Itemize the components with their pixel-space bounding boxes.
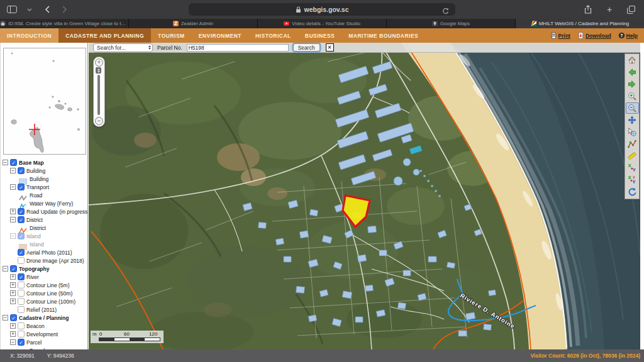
back-button[interactable] — [42, 4, 53, 15]
zoom-out-tool[interactable] — [626, 102, 639, 114]
identify-tool[interactable] — [626, 126, 639, 138]
close-search-icon[interactable]: ✕ — [326, 43, 334, 52]
refresh-tool[interactable] — [626, 186, 639, 197]
collapse-icon[interactable]: − — [10, 168, 16, 173]
reload-icon[interactable] — [440, 5, 451, 16]
browser-tab[interactable]: ZZealder Admin — [129, 19, 258, 28]
sidebar-toggle-icon[interactable] — [6, 4, 18, 15]
measure-line-tool[interactable] — [626, 138, 639, 150]
search-category-select[interactable]: Search for... — [93, 43, 153, 52]
collapse-icon[interactable]: − — [10, 217, 16, 222]
svg-text:Y: Y — [631, 180, 635, 184]
nav-tab-tourism[interactable]: TOURISM — [151, 28, 192, 43]
share-icon[interactable] — [582, 4, 594, 15]
help-link[interactable]: ?Help — [618, 32, 638, 39]
browser-tab[interactable]: Google Maps — [387, 19, 516, 28]
collapse-icon[interactable]: − — [3, 160, 8, 165]
browser-tab[interactable]: ID:958. Creole style villa in Green Vill… — [0, 19, 129, 28]
layer-row: −✓Transport — [1, 183, 87, 191]
pan-tool[interactable] — [626, 114, 639, 126]
layer-checkbox[interactable]: ✓ — [10, 159, 17, 166]
expand-icon[interactable]: + — [10, 323, 16, 329]
browser-tab[interactable]: MHILT WebGIS / Cadastre and Planning — [516, 19, 644, 28]
nav-tab-cadastre-and-planning[interactable]: CADASTRE AND PLANNING — [58, 28, 151, 43]
layer-checkbox[interactable]: ✓ — [18, 290, 25, 297]
layer-checkbox[interactable]: ✓ — [18, 184, 25, 190]
print-link[interactable]: Print — [550, 32, 570, 39]
expand-icon[interactable]: + — [10, 274, 16, 280]
collapse-icon[interactable]: − — [3, 315, 8, 321]
collapse-icon[interactable]: − — [3, 266, 8, 272]
map-viewport[interactable]: Riviere D. Antoine Search for... Parcel … — [89, 43, 640, 349]
layer-checkbox[interactable]: ✓ — [18, 208, 25, 215]
address-bar[interactable]: webgis.gov.sc — [189, 3, 455, 16]
fav-gmaps-icon — [432, 21, 438, 26]
zoom-slider-handle[interactable] — [96, 67, 101, 74]
layer-checkbox[interactable]: ✓ — [10, 265, 17, 272]
map-canvas[interactable]: Riviere D. Antoine — [89, 43, 640, 349]
layer-checkbox[interactable]: ✓ — [18, 322, 25, 329]
scale-tick: 0 — [99, 331, 102, 337]
visitor-count: Visitor Count: 6026 (in Oct), 78036 (in … — [530, 353, 640, 359]
layer-checkbox[interactable]: ✓ — [18, 331, 25, 337]
zoom-slider-track[interactable] — [97, 75, 100, 115]
download-link[interactable]: Download — [577, 32, 611, 39]
overview-map[interactable] — [3, 48, 86, 155]
browser-tab[interactable]: Video details - YouTube Studio — [258, 19, 387, 28]
nav-tab-business[interactable]: BUSINESS — [298, 28, 341, 43]
expand-icon[interactable]: + — [10, 282, 16, 288]
chevron-down-icon[interactable] — [24, 4, 35, 15]
layer-row: +✓Contour Line (50m) — [1, 289, 87, 297]
parcel-number-input[interactable] — [187, 44, 289, 52]
layer-label: District — [30, 225, 46, 231]
layer-label: Cadastre / Planning — [19, 315, 69, 321]
fav-z-icon: Z — [173, 21, 179, 26]
layer-label: Building — [26, 168, 45, 174]
layer-tree: −✓Base Map−✓BuildingBuilding−✓TransportR… — [1, 158, 87, 349]
expand-icon[interactable]: + — [10, 290, 16, 296]
layer-checkbox[interactable]: ✓ — [18, 298, 25, 305]
layer-checkbox[interactable]: ✓ — [18, 282, 25, 288]
help-icon: ? — [618, 32, 625, 39]
layer-checkbox[interactable]: ✓ — [18, 233, 25, 239]
layer-checkbox[interactable]: ✓ — [18, 216, 25, 223]
measure-distance-tool[interactable] — [626, 150, 639, 162]
layer-checkbox[interactable]: ✓ — [18, 339, 25, 346]
previous-extent-tool[interactable] — [626, 67, 639, 78]
nav-tab-introduction[interactable]: INTRODUCTION — [0, 28, 58, 43]
zoom-out-button[interactable]: − — [95, 117, 103, 125]
layer-row: −✓Base Map — [1, 158, 87, 167]
coordinate-query-tool[interactable]: X?Y — [626, 174, 639, 185]
next-extent-tool[interactable] — [626, 79, 639, 90]
layer-row: +✓Beacon — [1, 322, 87, 330]
download-icon — [577, 32, 584, 39]
layer-label: Drone Image (Apr 2018) — [26, 258, 84, 264]
home-tool[interactable] — [626, 55, 639, 66]
coordinates-tool[interactable]: XY — [626, 162, 639, 173]
layer-row: +✓Contour Line (5m) — [1, 281, 87, 289]
layer-checkbox[interactable]: ✓ — [18, 257, 25, 264]
collapse-icon[interactable]: − — [10, 184, 16, 190]
layer-checkbox[interactable]: ✓ — [18, 273, 25, 280]
island-legend-swatch — [19, 241, 27, 248]
expand-icon[interactable]: + — [10, 209, 16, 214]
layer-row: Island — [1, 240, 87, 248]
nav-tab-historical[interactable]: HISTORICAL — [248, 28, 298, 43]
collapse-icon[interactable]: − — [10, 233, 16, 239]
tab-overview-icon[interactable] — [625, 4, 636, 15]
nav-tab-environment[interactable]: ENVIRONMENT — [192, 28, 248, 43]
layer-label: Development — [26, 331, 58, 337]
search-button[interactable]: Search — [293, 43, 320, 52]
zoom-in-button[interactable]: + — [95, 58, 103, 67]
zoom-in-tool[interactable] — [626, 90, 639, 102]
nav-tab-maritime-boundaries[interactable]: MARITIME BOUNDARIES — [341, 28, 425, 43]
collapse-icon[interactable]: − — [10, 339, 16, 345]
expand-icon[interactable]: + — [10, 299, 16, 304]
forward-button[interactable] — [59, 4, 70, 15]
layer-checkbox[interactable]: ✓ — [18, 249, 25, 256]
expand-icon[interactable]: + — [10, 331, 16, 337]
layer-checkbox[interactable]: ✓ — [10, 314, 17, 321]
layer-checkbox[interactable]: ✓ — [18, 167, 25, 174]
layer-checkbox[interactable]: ✓ — [18, 306, 25, 313]
new-tab-icon[interactable]: + — [604, 4, 615, 15]
